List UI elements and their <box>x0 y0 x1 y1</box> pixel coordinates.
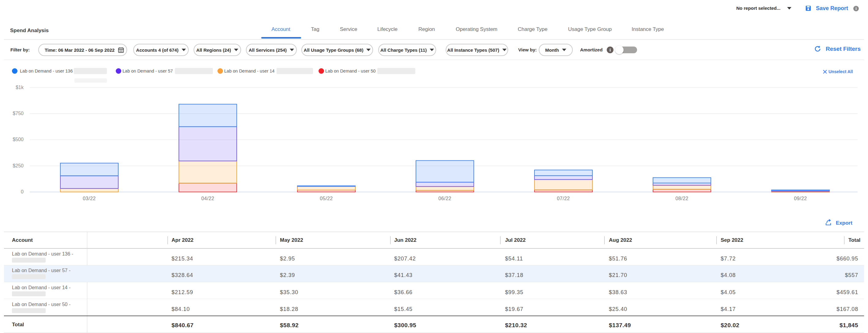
svg-text:05/22: 05/22 <box>320 196 333 201</box>
svg-text:$250: $250 <box>12 163 24 168</box>
svg-text:$1k: $1k <box>16 85 24 90</box>
svg-text:09/22: 09/22 <box>794 196 807 201</box>
svg-text:04/22: 04/22 <box>201 196 214 201</box>
svg-text:07/22: 07/22 <box>557 196 570 201</box>
svg-text:0: 0 <box>21 189 24 194</box>
svg-text:$500: $500 <box>12 137 24 142</box>
svg-text:03/22: 03/22 <box>83 196 96 201</box>
svg-text:08/22: 08/22 <box>675 196 688 201</box>
svg-text:06/22: 06/22 <box>438 196 452 201</box>
svg-text:$750: $750 <box>12 111 24 116</box>
